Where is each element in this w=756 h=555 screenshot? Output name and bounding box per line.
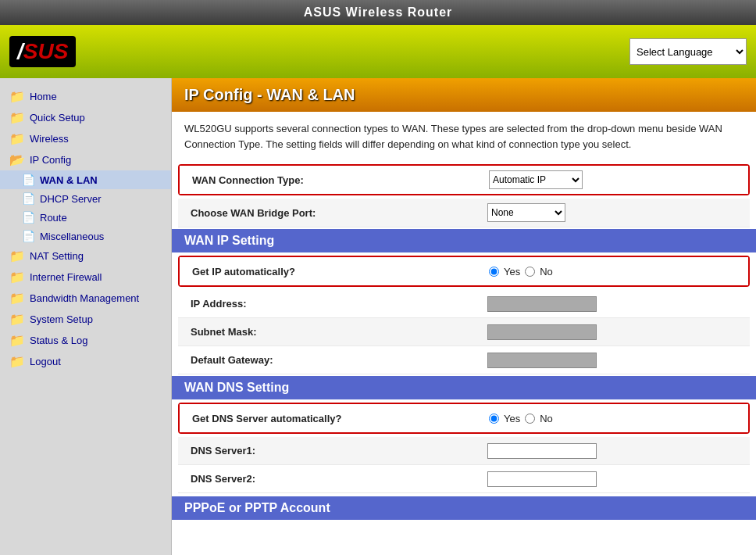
- wan-bridge-port-control: None Port 1 Port 2 Port 3 Port 4: [487, 203, 737, 222]
- page-title: IP Config - WAN & LAN: [184, 86, 355, 103]
- default-gateway-input[interactable]: [487, 353, 597, 368]
- sidebar-item-logout[interactable]: 📁 Logout: [0, 351, 171, 372]
- sidebar: 📁 Home 📁 Quick Setup 📁 Wireless 📂 IP Con…: [0, 78, 172, 555]
- get-ip-control: Yes No: [489, 266, 736, 278]
- sidebar-item-bandwidth-mgmt[interactable]: 📁 Bandwidth Management: [0, 288, 171, 309]
- subnet-mask-label: Subnet Mask:: [191, 326, 487, 338]
- get-ip-radio-group: Yes No: [489, 266, 736, 278]
- get-dns-control: Yes No: [489, 413, 736, 424]
- folder-icon: 📁: [9, 291, 25, 306]
- get-ip-no-label: No: [540, 266, 553, 278]
- folder-icon: 📁: [9, 270, 25, 285]
- get-dns-row: Get DNS Server automatically? Yes No: [180, 404, 748, 432]
- wan-bridge-port-select[interactable]: None Port 1 Port 2 Port 3 Port 4: [487, 203, 565, 222]
- sidebar-label-dhcp-server: DHCP Server: [40, 193, 102, 205]
- dns-server2-row: DNS Server2:: [178, 465, 750, 493]
- page-title-bar: IP Config - WAN & LAN: [172, 78, 756, 112]
- get-dns-label: Get DNS Server automatically?: [192, 413, 489, 424]
- ip-address-control: [487, 296, 737, 312]
- header-row: /SUS Select Language English Chinese Jap…: [0, 25, 756, 78]
- page-icon: 📄: [22, 211, 35, 224]
- sidebar-item-ip-config[interactable]: 📂 IP Config: [0, 149, 171, 170]
- folder-open-icon: 📂: [9, 152, 25, 167]
- sidebar-label-home: Home: [30, 91, 57, 102]
- sidebar-item-status-log[interactable]: 📁 Status & Log: [0, 330, 171, 351]
- ip-address-label: IP Address:: [191, 298, 487, 310]
- wan-ip-section-header: WAN IP Setting: [172, 229, 756, 252]
- folder-icon: 📁: [9, 312, 25, 327]
- get-dns-yes-radio[interactable]: [489, 414, 499, 424]
- sidebar-label-ip-config: IP Config: [30, 154, 71, 166]
- sidebar-label-route: Route: [40, 212, 67, 224]
- get-ip-yes-radio[interactable]: [489, 267, 499, 277]
- sidebar-item-wireless[interactable]: 📁 Wireless: [0, 128, 171, 149]
- get-dns-highlighted: Get DNS Server automatically? Yes No: [178, 403, 750, 434]
- dns-server1-label: DNS Server1:: [191, 445, 487, 457]
- default-gateway-control: [487, 353, 737, 368]
- page-description: WL520GU supports several connection type…: [172, 112, 756, 161]
- folder-icon: 📁: [9, 333, 25, 348]
- sidebar-item-internet-firewall[interactable]: 📁 Internet Firewall: [0, 267, 171, 288]
- description-text: WL520GU supports several connection type…: [184, 123, 722, 150]
- sidebar-label-wan-lan: WAN & LAN: [40, 174, 98, 186]
- page-icon: 📄: [22, 192, 35, 205]
- sidebar-item-dhcp-server[interactable]: 📄 DHCP Server: [0, 189, 171, 208]
- sidebar-label-wireless: Wireless: [30, 133, 69, 145]
- default-gateway-label: Default Gateway:: [191, 354, 487, 366]
- dns-server2-control: [487, 471, 737, 487]
- wan-connection-label: WAN Connection Type:: [192, 174, 489, 186]
- top-banner: ASUS Wireless Router: [0, 0, 756, 25]
- wan-connection-select[interactable]: Automatic IP PPPoE PPTP L2TP Static IP: [489, 170, 583, 189]
- main-layout: 📁 Home 📁 Quick Setup 📁 Wireless 📂 IP Con…: [0, 78, 756, 555]
- language-selector-wrapper: Select Language English Chinese Japanese: [629, 38, 747, 65]
- sidebar-label-miscellaneous: Miscellaneous: [40, 231, 104, 242]
- get-ip-highlighted: Get IP automatically? Yes No: [178, 256, 750, 287]
- sidebar-label-quick-setup: Quick Setup: [30, 112, 85, 124]
- wan-bridge-port-row: Choose WAN Bridge Port: None Port 1 Port…: [178, 199, 750, 227]
- get-dns-no-radio[interactable]: [525, 414, 535, 424]
- get-ip-no-radio[interactable]: [525, 267, 535, 277]
- folder-icon: 📁: [9, 110, 25, 125]
- sidebar-label-nat-setting: NAT Setting: [30, 250, 84, 262]
- get-dns-radio-group: Yes No: [489, 413, 736, 424]
- folder-icon: 📁: [9, 89, 25, 104]
- dns-server2-input[interactable]: [487, 471, 597, 487]
- sidebar-label-system-setup: System Setup: [30, 313, 93, 325]
- page-icon: 📄: [22, 230, 35, 242]
- subnet-mask-row: Subnet Mask:: [178, 318, 750, 346]
- wan-connection-control: Automatic IP PPPoE PPTP L2TP Static IP: [489, 170, 736, 189]
- sidebar-label-status-log: Status & Log: [30, 335, 87, 346]
- dns-server1-control: [487, 443, 737, 459]
- language-select[interactable]: Select Language English Chinese Japanese: [629, 38, 747, 65]
- dns-server1-input[interactable]: [487, 443, 597, 459]
- sidebar-label-internet-firewall: Internet Firewall: [30, 271, 102, 283]
- folder-icon: 📁: [9, 354, 25, 369]
- asus-logo: /SUS: [9, 36, 76, 67]
- app-title: ASUS Wireless Router: [304, 5, 453, 20]
- get-ip-yes-label: Yes: [504, 266, 520, 278]
- sidebar-item-route[interactable]: 📄 Route: [0, 208, 171, 227]
- wan-connection-highlighted: WAN Connection Type: Automatic IP PPPoE …: [178, 164, 750, 195]
- sidebar-item-home[interactable]: 📁 Home: [0, 86, 171, 107]
- ip-address-row: IP Address:: [178, 290, 750, 318]
- wan-bridge-port-label: Choose WAN Bridge Port:: [191, 207, 487, 219]
- sidebar-label-bandwidth-mgmt: Bandwidth Management: [30, 292, 139, 304]
- sidebar-item-quick-setup[interactable]: 📁 Quick Setup: [0, 107, 171, 128]
- sidebar-item-nat-setting[interactable]: 📁 NAT Setting: [0, 245, 171, 267]
- folder-icon: 📁: [9, 131, 25, 146]
- sidebar-item-system-setup[interactable]: 📁 System Setup: [0, 309, 171, 330]
- ip-address-input[interactable]: [487, 296, 597, 312]
- pppoe-section-header: PPPoE or PPTP Account: [172, 496, 756, 520]
- folder-icon: 📁: [9, 249, 25, 263]
- content-area: IP Config - WAN & LAN WL520GU supports s…: [172, 78, 756, 555]
- dns-server2-label: DNS Server2:: [191, 473, 487, 485]
- get-ip-row: Get IP automatically? Yes No: [180, 257, 748, 285]
- wan-connection-type-row: WAN Connection Type: Automatic IP PPPoE …: [180, 166, 748, 194]
- sidebar-item-wan-lan[interactable]: 📄 WAN & LAN: [0, 170, 171, 189]
- sidebar-label-logout: Logout: [30, 356, 61, 367]
- page-icon: 📄: [22, 174, 35, 186]
- get-ip-label: Get IP automatically?: [192, 266, 489, 278]
- subnet-mask-input[interactable]: [487, 324, 597, 340]
- get-dns-no-label: No: [540, 413, 553, 424]
- sidebar-item-miscellaneous[interactable]: 📄 Miscellaneous: [0, 227, 171, 245]
